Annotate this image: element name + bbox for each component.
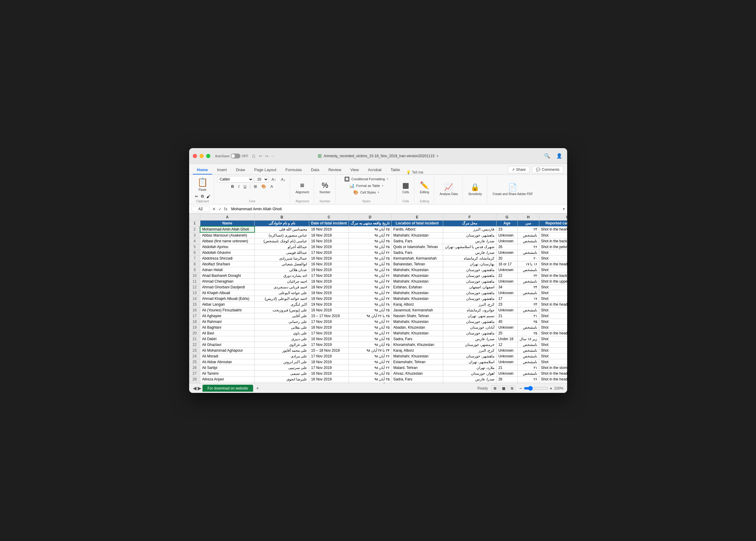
tab-draw[interactable]: Draw [232, 166, 249, 175]
cell-d17[interactable]: ۲۵ یا ۲۶ آبان ۹۸ [349, 313, 391, 319]
cell-c27[interactable]: 16 Nov 2019 [309, 371, 349, 376]
cell-e3[interactable]: Mahshahr, Khuzestan [391, 232, 443, 239]
cell-a24[interactable]: Ali Moradi [200, 353, 255, 359]
cell-i2[interactable]: Shot in the heart [539, 226, 567, 232]
cell-h16[interactable]: نامشخص [517, 307, 539, 313]
cell-a7[interactable]: Abdolreza Shirzadi [200, 256, 255, 262]
cell-g15[interactable]: 23 [496, 302, 517, 307]
col-header-i[interactable]: I [539, 214, 567, 221]
zoom-slider[interactable] [524, 386, 548, 391]
cell-b1[interactable]: نام و نام خانوادگی [255, 221, 309, 227]
cell-h21[interactable]: زیر ۱۸ سال [517, 336, 539, 342]
col-header-b[interactable]: B [255, 214, 309, 221]
cell-f16[interactable]: جوانرود، کرمانشاه [443, 307, 496, 313]
cell-a27[interactable]: Ali Tamimi [200, 371, 255, 376]
cell-a18[interactable]: Ali Rahmani [200, 319, 255, 325]
cell-f17[interactable]: نسیم شهر، تهران [443, 313, 496, 319]
underline-button[interactable]: U [242, 184, 248, 189]
cell-e17[interactable]: Nassim Shahr, Tehran [391, 313, 443, 319]
cell-f6[interactable]: صدرا، فارس [443, 250, 496, 256]
cell-h18[interactable]: ۲۵ [517, 319, 539, 325]
cell-g17[interactable]: 21 [496, 313, 517, 319]
cell-c15[interactable]: 19 Nov 2019 [309, 302, 349, 307]
cell-b14[interactable]: احمد خواجه البوعلی (ادریس) [255, 296, 309, 302]
cell-a19[interactable]: Ali Baghlani [200, 325, 255, 330]
sensitivity-button[interactable]: 🔒 Sensitivity [466, 182, 484, 197]
font-name-select[interactable]: Calibri [217, 176, 253, 183]
cell-e24[interactable]: Mahshahr, Khuzestan [391, 353, 443, 359]
cell-c16[interactable]: 16 Nov 2019 [309, 307, 349, 313]
cell-e9[interactable]: Mahshahr, Khuzestan [391, 267, 443, 273]
cell-d27[interactable]: ۲۵ آبان ۹۸ [349, 371, 391, 376]
cell-f3[interactable]: ماهشهر، خوزستان [443, 232, 496, 239]
cell-h13[interactable]: نامشخص [517, 290, 539, 296]
cell-d28[interactable]: ۲۵ آبان ۹۸ [349, 376, 391, 382]
cell-f24[interactable]: ماهشهر، خوزستان [443, 353, 496, 359]
cell-styles-button[interactable]: 🎨 Cell Styles ▾ [352, 189, 380, 195]
cell-b11[interactable]: احمد چراغیان [255, 279, 309, 284]
cell-b12[interactable]: احمد قربانی دستجردی [255, 284, 309, 290]
cell-i1[interactable]: Reported cause of death [539, 221, 567, 227]
cell-i23[interactable]: Shot [539, 348, 567, 353]
cell-c11[interactable]: 18 Nov 2019 [309, 279, 349, 284]
cell-i7[interactable]: Shot [539, 256, 567, 262]
col-header-c[interactable]: C [309, 214, 349, 221]
cell-h6[interactable]: نامشخص [517, 250, 539, 256]
cell-b16[interactable]: علی (یونس) فیروزبخت [255, 307, 309, 313]
cell-f8[interactable]: بهارستان، تهران [443, 262, 496, 267]
cell-d1[interactable]: تاریخ واقعه منتهی به مرگ [349, 221, 391, 227]
cell-b6[interactable]: عبدالله قویمی [255, 250, 309, 256]
cell-a16[interactable]: Ali (Younes) Firouzbakht [200, 307, 255, 313]
cell-f28[interactable]: صدرا، فارس [443, 376, 496, 382]
cell-f23[interactable]: کرج، البرز [443, 348, 496, 353]
cell-c3[interactable]: 18 Nov 2019 [309, 232, 349, 239]
cell-b19[interactable]: علی بقلانی [255, 325, 309, 330]
cell-h8[interactable]: ۱۶ یا ۱۷ [517, 262, 539, 267]
cell-e21[interactable]: Sadra, Fars [391, 336, 443, 342]
cell-i6[interactable]: Shot [539, 250, 567, 256]
cell-f22[interactable]: خرمشهر، خوزستان [443, 342, 496, 348]
search-button[interactable]: 🔍 [543, 152, 551, 160]
redo-icon[interactable]: ↪ [265, 154, 269, 159]
cell-d7[interactable]: ۲۵ آبان ۹۸ [349, 256, 391, 262]
cell-c14[interactable]: 18 Nov 2019 [309, 296, 349, 302]
cell-reference-input[interactable] [192, 206, 210, 212]
cell-i3[interactable]: Shot [539, 232, 567, 239]
cell-c26[interactable]: 17 Nov 2019 [309, 365, 349, 371]
cell-b24[interactable]: علی مرادی [255, 353, 309, 359]
tell-me[interactable]: 💡 Tell me [406, 170, 423, 175]
cell-h7[interactable]: ۲۰ [517, 256, 539, 262]
cell-g4[interactable]: Unknown [496, 239, 517, 244]
cell-i14[interactable]: Shot [539, 296, 567, 302]
home-icon[interactable]: ⌂ [252, 153, 255, 159]
cell-g27[interactable]: Unknown [496, 371, 517, 376]
cell-c6[interactable]: 17 Nov 2019 [309, 250, 349, 256]
prev-sheet-button[interactable]: ◀ [193, 385, 196, 391]
cut-button[interactable]: ✂ [194, 194, 199, 199]
cell-i29[interactable]: Shot in the side of abdomen [539, 382, 567, 383]
cell-b8[interactable]: ابوالفضل شعبانی [255, 262, 309, 267]
cell-b27[interactable]: علی تمیمی [255, 371, 309, 376]
cell-b26[interactable]: علی سرتیپی [255, 365, 309, 371]
autosave-toggle[interactable] [231, 154, 240, 159]
cell-h3[interactable]: نامشخص [517, 232, 539, 239]
cell-e22[interactable]: Khoramshahr, Khuzestan [391, 342, 443, 348]
italic-button[interactable]: I [236, 184, 241, 189]
cell-c25[interactable]: 18 Nov 2019 [309, 359, 349, 365]
cell-h2[interactable]: ۲۳ [517, 226, 539, 232]
tab-page-layout[interactable]: Page Layout [250, 166, 280, 175]
cell-i11[interactable]: Shot in the upper arm and heart [539, 279, 567, 284]
tab-insert[interactable]: Insert [213, 166, 231, 175]
cell-d20[interactable]: ۲۶ آبان ۹۸ [349, 330, 391, 336]
cell-b2[interactable]: محمدامین الله قلی [255, 226, 309, 232]
cell-f2[interactable]: فارديس، البرز [443, 226, 496, 232]
cell-e19[interactable]: Abadan, Khuzestan [391, 325, 443, 330]
cell-c28[interactable]: 16 Nov 2019 [309, 376, 349, 382]
cell-c10[interactable]: 17 Nov 2019 [309, 273, 349, 279]
cell-i18[interactable]: Shot [539, 319, 567, 325]
cell-c9[interactable]: 19 Nov 2019 [309, 267, 349, 273]
cell-i12[interactable]: Shot [539, 284, 567, 290]
page-layout-view-button[interactable]: ▦ [500, 385, 507, 391]
formula-input[interactable] [230, 207, 561, 211]
cell-c22[interactable]: 17 Nov 2019 [309, 342, 349, 348]
